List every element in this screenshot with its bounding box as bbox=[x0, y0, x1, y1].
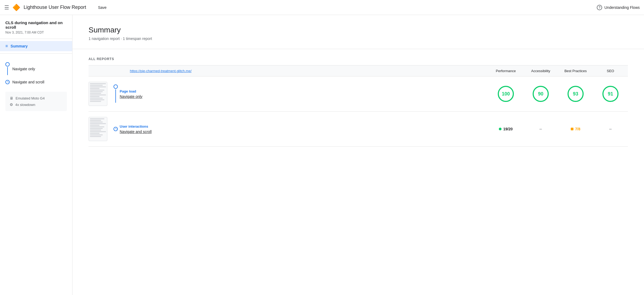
sidebar-summary-item[interactable]: ≡ Summary bbox=[0, 41, 72, 51]
thumb-line bbox=[90, 128, 103, 129]
report-name-navigate[interactable]: Navigate only bbox=[120, 94, 488, 99]
sidebar-summary-label: Summary bbox=[10, 44, 28, 48]
thumb-line bbox=[90, 133, 100, 134]
flow-label-navigate-scroll: Navigate and scroll bbox=[12, 80, 44, 84]
url-header[interactable]: https://pie-charmed-treatment.glitch.me/ bbox=[128, 69, 488, 73]
thumb-line bbox=[90, 83, 106, 84]
flow-dot-circle bbox=[5, 62, 10, 67]
header-title: Lighthouse User Flow Report bbox=[24, 5, 86, 10]
thumb-line bbox=[90, 91, 103, 92]
score-best-navigate: 93 bbox=[558, 86, 593, 102]
score-circle-seo: 91 bbox=[602, 86, 619, 102]
flow-dot-clock-row2 bbox=[114, 127, 118, 131]
report-type-navigate: Page load bbox=[120, 89, 488, 93]
score-circle-best: 93 bbox=[568, 86, 584, 102]
flow-label-navigate: Navigate only bbox=[12, 67, 35, 71]
score-seo-navigate: 91 bbox=[593, 86, 628, 102]
flow-connector-2 bbox=[5, 80, 10, 84]
layout: CLS during navigation and on scroll Nov … bbox=[0, 15, 644, 295]
col-performance: Performance bbox=[488, 69, 523, 73]
help-icon: ? bbox=[597, 5, 602, 10]
row-connector-1 bbox=[112, 84, 120, 103]
ts-seo-dash: – bbox=[609, 127, 612, 131]
monitor-icon: 🖥 bbox=[10, 96, 13, 100]
flow-line-row1 bbox=[115, 89, 116, 103]
flow-item-navigate-scroll[interactable]: Navigate and scroll bbox=[5, 78, 67, 86]
thumb-line bbox=[90, 93, 101, 94]
score-perf-scroll: 19/20 bbox=[488, 127, 523, 131]
menu-icon[interactable]: ☰ bbox=[4, 4, 9, 11]
thumb-line bbox=[90, 136, 101, 137]
sidebar: CLS during navigation and on scroll Nov … bbox=[0, 15, 72, 295]
thumb-line bbox=[90, 96, 100, 97]
device-moto-label: Emulated Moto G4 bbox=[16, 96, 45, 100]
thumb-line bbox=[90, 120, 101, 121]
row-connector-2 bbox=[112, 127, 120, 131]
main-content: Summary 1 navigation report · 1 timespan… bbox=[72, 15, 644, 295]
timespan-best: 7/8 bbox=[571, 127, 580, 131]
thumb-line bbox=[90, 131, 106, 132]
flow-dot-clock bbox=[5, 80, 10, 84]
col-accessibility: Accessibility bbox=[523, 69, 558, 73]
device-moto: 🖥 Emulated Moto G4 bbox=[10, 95, 63, 101]
understanding-flows-label: Understanding Flows bbox=[604, 5, 640, 10]
summary-title: Summary bbox=[89, 26, 628, 34]
save-button[interactable]: Save bbox=[95, 4, 110, 11]
score-circle-perf: 100 bbox=[498, 86, 514, 102]
report-type-scroll: User interactions bbox=[120, 124, 488, 128]
flow-connector bbox=[5, 62, 10, 76]
thumb-line bbox=[90, 126, 104, 127]
thumb-line bbox=[90, 121, 103, 123]
ts-access-dash: – bbox=[540, 127, 542, 131]
report-table-header: https://pie-charmed-treatment.glitch.me/… bbox=[89, 65, 628, 76]
score-perf-navigate: 100 bbox=[488, 86, 523, 102]
thumb-line bbox=[90, 86, 106, 87]
logo-icon: 🔶 bbox=[12, 4, 20, 11]
report-thumb-scroll bbox=[89, 117, 107, 141]
sidebar-device: 🖥 Emulated Moto G4 ⚙ 4x slowdown bbox=[5, 92, 67, 111]
thumb-line bbox=[90, 94, 106, 95]
score-access-navigate: 90 bbox=[523, 86, 558, 102]
device-slowdown: ⚙ 4x slowdown bbox=[10, 101, 63, 108]
sidebar-divider bbox=[0, 39, 72, 39]
thumb-line bbox=[90, 125, 100, 126]
flow-item-navigate[interactable]: Navigate only bbox=[5, 60, 67, 78]
all-reports-label: ALL REPORTS bbox=[89, 57, 628, 61]
thumb-line bbox=[90, 130, 101, 131]
report-thumb-navigate bbox=[89, 82, 107, 106]
score-seo-scroll: – bbox=[593, 127, 628, 131]
col-best-practices: Best Practices bbox=[558, 69, 593, 73]
report-name-scroll[interactable]: Navigate and scroll bbox=[120, 130, 488, 134]
summary-subtitle: 1 navigation report · 1 timespan report bbox=[89, 36, 628, 41]
ts-dot-green bbox=[499, 128, 502, 130]
ts-perf-value: 19/20 bbox=[503, 127, 513, 131]
project-date: Nov 3, 2021, 7:00 AM CDT bbox=[0, 31, 72, 39]
summary-section: Summary 1 navigation report · 1 timespan… bbox=[72, 15, 644, 49]
score-best-scroll: 7/8 bbox=[558, 127, 593, 131]
score-access-scroll: – bbox=[523, 127, 558, 131]
report-info-scroll: User interactions Navigate and scroll bbox=[120, 124, 488, 134]
col-seo: SEO bbox=[593, 69, 628, 73]
ts-best-value: 7/8 bbox=[575, 127, 580, 131]
thumb-line bbox=[90, 90, 104, 91]
ts-square-orange bbox=[571, 128, 573, 130]
thumb-line bbox=[90, 98, 103, 99]
score-circle-access: 90 bbox=[533, 86, 549, 102]
sidebar-divider-2 bbox=[0, 53, 72, 54]
flow-dot-circle-row1 bbox=[114, 84, 118, 89]
thumb-line bbox=[90, 134, 103, 135]
thumb-line bbox=[90, 85, 103, 86]
project-title: CLS during navigation and on scroll bbox=[0, 15, 72, 31]
thumb-line bbox=[90, 101, 101, 102]
report-info-navigate: Page load Navigate only bbox=[120, 89, 488, 99]
understanding-flows-link[interactable]: ? Understanding Flows bbox=[597, 5, 640, 10]
timespan-perf: 19/20 bbox=[499, 127, 513, 131]
thumb-line bbox=[90, 118, 104, 119]
device-slowdown-label: 4x slowdown bbox=[15, 103, 35, 107]
report-row-navigate: Page load Navigate only 100 90 93 91 bbox=[89, 76, 628, 112]
gear-icon: ⚙ bbox=[10, 102, 13, 107]
all-reports-section: ALL REPORTS https://pie-charmed-treatmen… bbox=[72, 49, 644, 155]
thumb-line bbox=[90, 88, 100, 89]
thumb-line bbox=[90, 123, 106, 124]
report-row-scroll: User interactions Navigate and scroll 19… bbox=[89, 112, 628, 147]
